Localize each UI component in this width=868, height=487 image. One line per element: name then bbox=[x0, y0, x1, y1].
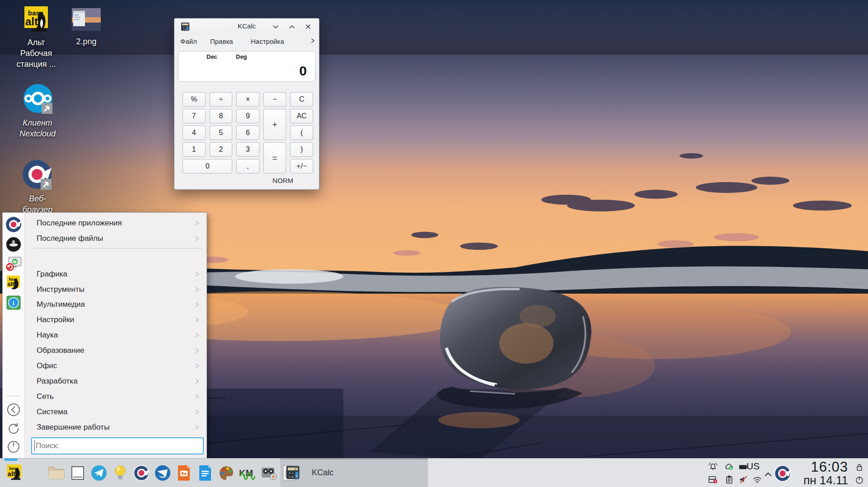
desktop-icon-image-2png[interactable]: 2.png bbox=[70, 8, 102, 47]
tray-wifi-icon[interactable] bbox=[752, 474, 763, 485]
percent-button[interactable]: % bbox=[183, 92, 206, 107]
menu-edit[interactable]: Правка bbox=[210, 37, 233, 45]
menu-item-recent-files[interactable]: Последние файлы bbox=[25, 231, 206, 246]
chevron-right-icon bbox=[194, 424, 200, 433]
digit-5-button[interactable]: 5 bbox=[210, 126, 233, 140]
comma-button[interactable]: , bbox=[236, 159, 259, 173]
history-button[interactable] bbox=[5, 437, 23, 455]
menu-item-development[interactable]: Разработка bbox=[25, 374, 206, 389]
menu-item-science[interactable]: Наука bbox=[25, 328, 206, 343]
chevron-right-icon bbox=[194, 220, 200, 229]
quicklaunch-telegram[interactable] bbox=[90, 464, 108, 482]
quicklaunch-klipper-bulb[interactable] bbox=[111, 464, 129, 482]
clear-button[interactable]: C bbox=[290, 92, 313, 107]
digit-7-button[interactable]: 7 bbox=[183, 109, 206, 123]
menu-item-tools[interactable]: Инструменты bbox=[25, 282, 206, 297]
favorite-session-icon[interactable] bbox=[5, 255, 23, 273]
quicklaunch-file-manager[interactable] bbox=[47, 464, 66, 482]
desktop-icon-alt-workstation[interactable]: base alt Альт Рабочая станция ... bbox=[9, 5, 63, 70]
menu-item-system[interactable]: Система bbox=[25, 404, 206, 420]
back-button[interactable] bbox=[5, 401, 23, 419]
quicklaunch-impress[interactable] bbox=[175, 464, 193, 482]
kcalc-titlebar[interactable]: + − ÷ × KCalc bbox=[174, 19, 319, 35]
digit-9-button[interactable]: 9 bbox=[236, 109, 259, 123]
chromium-icon bbox=[22, 159, 54, 193]
divide-button[interactable]: ÷ bbox=[210, 92, 233, 107]
chevron-right-icon bbox=[194, 347, 200, 356]
equals-button[interactable]: = bbox=[263, 142, 286, 173]
clock-time[interactable]: 16:03 bbox=[776, 459, 848, 475]
menu-item-education[interactable]: Образование bbox=[25, 343, 206, 358]
digit-1-button[interactable]: 1 bbox=[183, 142, 206, 157]
quicklaunch-kmwave[interactable]: KM bbox=[239, 464, 257, 482]
quicklaunch-chromium[interactable] bbox=[132, 464, 150, 482]
digit-8-button[interactable]: 8 bbox=[210, 109, 233, 123]
menu-item-graphics[interactable]: Графика bbox=[25, 267, 206, 282]
open-paren-button[interactable]: ( bbox=[290, 126, 313, 140]
display-value: 0 bbox=[299, 63, 307, 79]
menu-item-office[interactable]: Офис bbox=[25, 358, 206, 374]
keyboard-layout-indicator[interactable]: US bbox=[746, 461, 760, 472]
menu-item-multimedia[interactable]: Мультимедиа bbox=[25, 297, 206, 312]
desktop-icon-nextcloud[interactable]: Клиент Nextcloud bbox=[8, 83, 67, 139]
digit-3-button[interactable]: 3 bbox=[236, 142, 259, 157]
tray-volume-muted-icon[interactable] bbox=[738, 474, 749, 485]
favorite-basealt-icon[interactable]: base alt bbox=[5, 274, 23, 292]
icon-label: Альт Рабочая станция ... bbox=[9, 37, 63, 70]
start-button-active-indicator bbox=[5, 459, 17, 461]
tray-device-notifier-icon[interactable] bbox=[708, 474, 718, 485]
plus-button[interactable]: + bbox=[263, 109, 286, 140]
plus-minus-button[interactable]: +/− bbox=[290, 159, 313, 173]
base-mode-label: Dec bbox=[206, 53, 217, 60]
tray-power-icon[interactable] bbox=[854, 474, 865, 485]
close-paren-button[interactable]: ) bbox=[290, 142, 313, 157]
digit-2-button[interactable]: 2 bbox=[210, 142, 233, 157]
status-mode: NORM bbox=[247, 177, 319, 184]
maximize-button[interactable] bbox=[286, 22, 297, 31]
kcalc-display: Dec Deg 0 bbox=[178, 51, 315, 82]
menu-item-settings[interactable]: Настройки bbox=[25, 312, 206, 328]
svg-text:0: 0 bbox=[295, 468, 296, 471]
tray-nextcloud-sync-icon[interactable] bbox=[724, 462, 735, 473]
clock-date[interactable]: пн 14.11 bbox=[758, 473, 848, 487]
tray-notifications-icon[interactable] bbox=[708, 462, 718, 473]
minus-button[interactable]: − bbox=[263, 92, 286, 107]
menu-settings[interactable]: Настройка bbox=[251, 37, 284, 45]
refresh-button[interactable] bbox=[5, 419, 23, 437]
menu-item-network[interactable]: Сеть bbox=[25, 389, 206, 404]
quicklaunch-paint-palette[interactable] bbox=[217, 464, 235, 482]
digit-0-button[interactable]: 0 bbox=[183, 159, 232, 173]
start-button[interactable]: base alt bbox=[5, 464, 23, 482]
quicklaunch-thunderbird[interactable] bbox=[154, 464, 172, 482]
search-input[interactable] bbox=[35, 439, 199, 453]
all-clear-button[interactable]: AC bbox=[290, 109, 313, 123]
kcalc-menubar: Файл Правка Настройка bbox=[174, 35, 319, 48]
close-button[interactable] bbox=[303, 22, 314, 31]
favorite-chromium-icon[interactable] bbox=[5, 215, 23, 234]
task-button-kcalc[interactable] bbox=[280, 459, 428, 487]
quicklaunch-writer[interactable] bbox=[196, 464, 214, 482]
digit-4-button[interactable]: 4 bbox=[183, 126, 206, 140]
menu-item-recent-apps[interactable]: Последние приложения bbox=[25, 215, 206, 231]
strip-separator bbox=[6, 396, 21, 396]
tray-clipboard-icon[interactable] bbox=[724, 474, 735, 485]
svg-text:=: = bbox=[296, 474, 298, 478]
menu-item-logout[interactable]: Завершение работы bbox=[25, 420, 206, 435]
multiply-button[interactable]: × bbox=[236, 92, 259, 107]
task-kcalc-icon[interactable]: 0 + − ÷ × = bbox=[286, 465, 300, 482]
favorite-globe-icon[interactable] bbox=[5, 235, 23, 253]
quicklaunch-media-player[interactable] bbox=[260, 464, 278, 482]
digit-6-button[interactable]: 6 bbox=[236, 126, 259, 140]
menubar-overflow-chevron-icon[interactable] bbox=[310, 37, 315, 45]
tray-lock-icon[interactable] bbox=[854, 462, 865, 473]
svg-text:alt: alt bbox=[8, 470, 15, 478]
task-kcalc-label[interactable]: KCalc bbox=[312, 468, 333, 478]
quicklaunch-show-desktop[interactable] bbox=[69, 464, 87, 482]
chevron-right-icon bbox=[194, 408, 200, 418]
menu-file[interactable]: Файл bbox=[180, 37, 197, 45]
chevron-right-icon bbox=[194, 301, 200, 310]
chevron-right-icon bbox=[194, 286, 200, 295]
icon-label: 2.png bbox=[70, 36, 102, 47]
favorite-info-icon[interactable]: i bbox=[5, 294, 23, 312]
minimize-button[interactable] bbox=[270, 22, 281, 31]
